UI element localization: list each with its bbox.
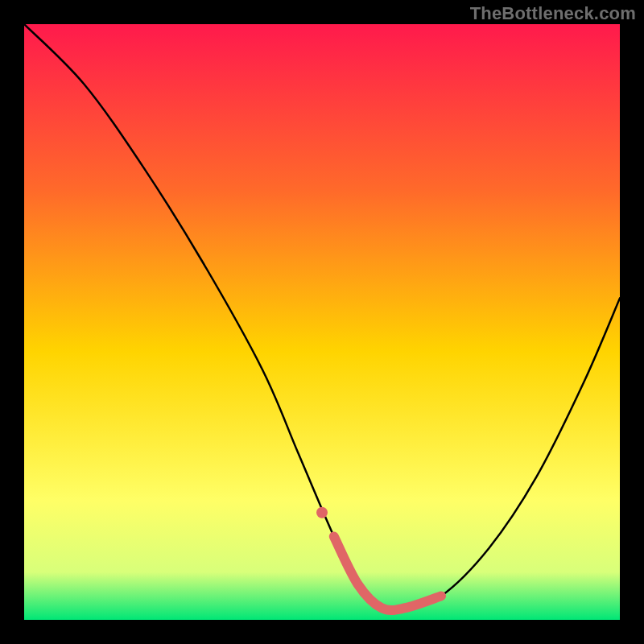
watermark-text: TheBottleneck.com — [470, 3, 636, 24]
plot-area — [24, 24, 620, 620]
optimal-marker-icon — [316, 507, 328, 518]
bottleneck-chart — [24, 24, 620, 620]
bottleneck-curve-line — [24, 24, 620, 610]
optimal-highlight-line — [334, 536, 441, 610]
chart-frame: TheBottleneck.com — [0, 0, 644, 644]
